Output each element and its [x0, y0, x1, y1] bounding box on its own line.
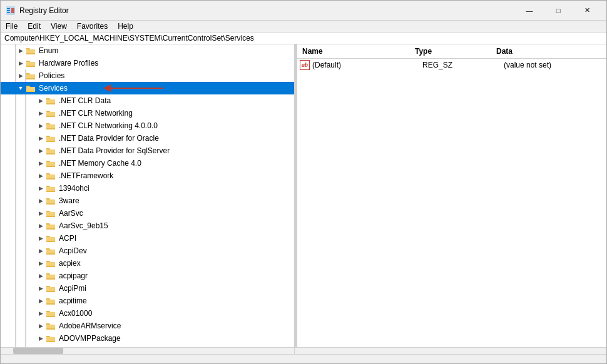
expander-net-data-oracle[interactable]: ▶: [36, 133, 46, 143]
folder-icon-acpi: [46, 233, 56, 243]
tree-item-acpi[interactable]: ▶ ACPI: [1, 232, 294, 245]
tree-item-adobe-arm[interactable]: ▶ AdobeARMservice: [1, 320, 294, 332]
tree-label-policies: Policies: [38, 71, 64, 80]
folder-icon-1394ohci: [46, 183, 56, 193]
tree-label-net-clr-data: .NET CLR Data: [58, 96, 111, 105]
menu-view[interactable]: View: [46, 21, 72, 32]
tree-label-adovmp: ADOVMPPackage: [58, 334, 121, 343]
tree-item-3ware[interactable]: ▶ 3ware: [1, 195, 294, 207]
tree-item-services[interactable]: ▼ Services: [1, 82, 294, 94]
svg-rect-4: [11, 8, 14, 13]
expander-aarsvc[interactable]: ▶: [36, 208, 46, 218]
folder-icon-acx01000: [46, 308, 56, 318]
tree-pane[interactable]: ▶ Enum ▶ Hardware Profiles ▶: [1, 44, 295, 347]
close-button[interactable]: ✕: [573, 1, 601, 21]
expander-net-memory-cache[interactable]: ▶: [36, 158, 46, 168]
expander-net-clr-networking-400[interactable]: ▶: [36, 121, 46, 131]
menu-help[interactable]: Help: [113, 21, 138, 32]
expander-policies[interactable]: ▶: [16, 71, 26, 81]
expander-acpi[interactable]: ▶: [36, 233, 46, 243]
tree-scrollbar-thumb[interactable]: [13, 348, 63, 354]
folder-icon-net-memory-cache: [46, 158, 56, 168]
tree-item-acpitime[interactable]: ▶ acpitime: [1, 295, 294, 307]
tree-item-adovmp[interactable]: ▶ ADOVMPPackage: [1, 332, 294, 345]
col-header-name[interactable]: Name: [297, 47, 410, 56]
bottom-scrollbar-area: [1, 347, 606, 354]
expander-acpitime[interactable]: ▶: [36, 296, 46, 306]
expander-acx01000[interactable]: ▶: [36, 308, 46, 318]
right-pane: Name Type Data ab (Default) REG_SZ (valu…: [297, 44, 606, 347]
tree-label-netframework: .NETFramework: [58, 171, 113, 180]
expander-netframework[interactable]: ▶: [36, 171, 46, 181]
menu-file[interactable]: File: [1, 21, 23, 32]
folder-icon-net-data-sqlserver: [46, 146, 56, 156]
tree-item-net-data-oracle[interactable]: ▶ .NET Data Provider for Oracle: [1, 132, 294, 144]
expander-acpipagr[interactable]: ▶: [36, 271, 46, 281]
tree-item-acpipagr[interactable]: ▶ acpipagr: [1, 270, 294, 282]
tree-item-net-clr-data[interactable]: ▶ .NET CLR Data: [1, 94, 294, 107]
expander-acpidev[interactable]: ▶: [36, 246, 46, 256]
window-title: Registry Editor: [19, 6, 69, 15]
svg-rect-2: [7, 10, 10, 11]
expander-acpipmi[interactable]: ▶: [36, 283, 46, 293]
minimize-button[interactable]: —: [515, 1, 544, 21]
expander-net-clr-networking[interactable]: ▶: [36, 108, 46, 118]
tree-item-net-clr-networking[interactable]: ▶ .NET CLR Networking: [1, 107, 294, 119]
tree-item-net-clr-networking-400[interactable]: ▶ .NET CLR Networking 4.0.0.0: [1, 119, 294, 132]
tree-item-acpiex[interactable]: ▶ acpiex: [1, 257, 294, 270]
tree-item-acpipmi[interactable]: ▶ AcpiPmi: [1, 282, 294, 295]
tree-item-net-data-sqlserver[interactable]: ▶ .NET Data Provider for SqlServer: [1, 144, 294, 157]
tree-label-acpipagr: acpipagr: [58, 271, 88, 280]
tree-item-hardware-profiles[interactable]: ▶ Hardware Profiles: [1, 57, 294, 69]
tree-label-1394ohci: 1394ohci: [58, 184, 89, 193]
svg-rect-3: [7, 12, 10, 13]
col-header-data[interactable]: Data: [491, 47, 606, 56]
tree-label-acpitime: acpitime: [58, 296, 87, 305]
expander-aarsvc-9eb15[interactable]: ▶: [36, 221, 46, 231]
expander-acpiex[interactable]: ▶: [36, 258, 46, 268]
expander-services[interactable]: ▼: [16, 83, 26, 93]
tree-label-aarsvc-9eb15: AarSvc_9eb15: [58, 221, 108, 230]
tree-item-enum[interactable]: ▶ Enum: [1, 44, 294, 57]
folder-icon-net-clr-networking: [46, 108, 56, 118]
expander-3ware[interactable]: ▶: [36, 196, 46, 206]
tree-label-net-data-oracle: .NET Data Provider for Oracle: [58, 134, 159, 143]
tree-item-policies[interactable]: ▶ Policies: [1, 69, 294, 82]
expander-adp80xx[interactable]: ▶: [36, 346, 46, 347]
expander-enum[interactable]: ▶: [16, 46, 26, 56]
tree-item-netframework[interactable]: ▶ .NETFramework: [1, 169, 294, 182]
tree-item-aarsvc-9eb15[interactable]: ▶ AarSvc_9eb15: [1, 220, 294, 232]
tree-item-adp80xx[interactable]: ▶ ADP80XX: [1, 345, 294, 347]
table-row[interactable]: ab (Default) REG_SZ (value not set): [297, 59, 606, 71]
tree-item-net-memory-cache[interactable]: ▶ .NET Memory Cache 4.0: [1, 157, 294, 169]
folder-icon-aarsvc-9eb15: [46, 221, 56, 231]
folder-icon-adp80xx: [46, 346, 56, 347]
tree-label-acx01000: Acx01000: [58, 309, 92, 318]
folder-icon-acpitime: [46, 296, 56, 306]
expander-adobe-arm[interactable]: ▶: [36, 321, 46, 331]
folder-icon-aarsvc: [46, 208, 56, 218]
maximize-button[interactable]: □: [544, 1, 573, 21]
expander-hardware-profiles[interactable]: ▶: [16, 58, 26, 68]
tree-item-acx01000[interactable]: ▶ Acx01000: [1, 307, 294, 320]
expander-1394ohci[interactable]: ▶: [36, 183, 46, 193]
folder-icon-net-data-oracle: [46, 133, 56, 143]
tree-item-1394ohci[interactable]: ▶ 1394ohci: [1, 182, 294, 195]
expander-net-data-sqlserver[interactable]: ▶: [36, 146, 46, 156]
tree-item-aarsvc[interactable]: ▶ AarSvc: [1, 207, 294, 220]
tree-scrollbar-h[interactable]: [1, 348, 295, 354]
expander-adovmp[interactable]: ▶: [36, 333, 46, 343]
folder-icon-netframework: [46, 171, 56, 181]
right-scrollbar-h[interactable]: [295, 348, 606, 354]
col-header-type[interactable]: Type: [410, 47, 491, 56]
right-content[interactable]: ab (Default) REG_SZ (value not set): [297, 59, 606, 347]
tree-label-acpipmi: AcpiPmi: [58, 284, 86, 293]
tree-item-acpidev[interactable]: ▶ AcpiDev: [1, 245, 294, 257]
menu-edit[interactable]: Edit: [23, 21, 46, 32]
tree-label-services: Services: [38, 84, 68, 93]
expander-net-clr-data[interactable]: ▶: [36, 96, 46, 106]
menu-favorites[interactable]: Favorites: [72, 21, 113, 32]
folder-icon-acpiex: [46, 258, 56, 268]
folder-icon-hardware-profiles: [26, 58, 36, 68]
tree-label-net-memory-cache: .NET Memory Cache 4.0: [58, 159, 141, 168]
